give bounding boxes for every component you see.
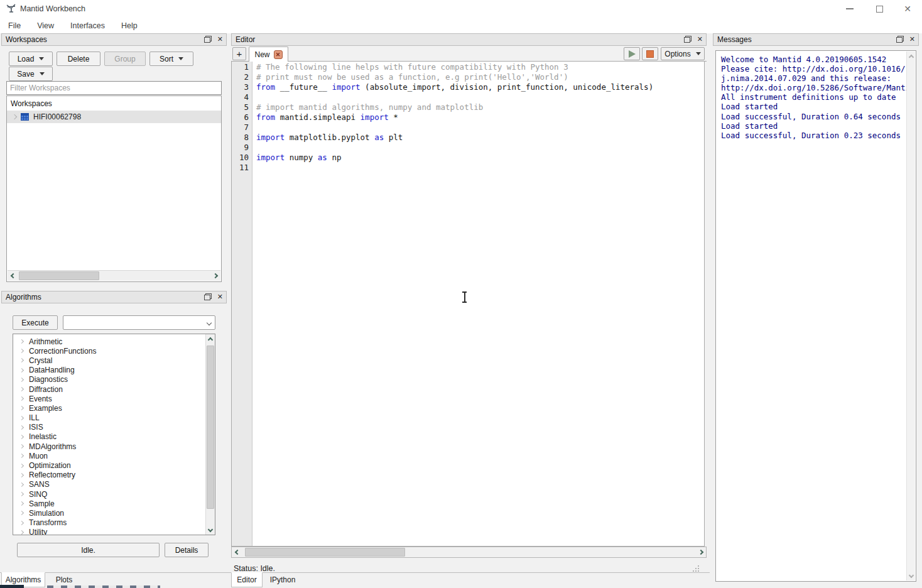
expand-chevron-icon[interactable]	[19, 454, 24, 458]
maximize-button[interactable]	[869, 2, 889, 16]
menu-interfaces[interactable]: Interfaces	[70, 21, 105, 30]
menu-view[interactable]: View	[37, 21, 54, 30]
menu-file[interactable]: File	[8, 21, 21, 30]
float-panel-icon[interactable]	[204, 36, 212, 43]
scroll-up-button[interactable]	[206, 335, 215, 344]
close-panel-icon[interactable]: ✕	[909, 36, 915, 43]
algorithm-category-diagnostics[interactable]: Diagnostics	[13, 375, 215, 384]
run-icon	[629, 50, 636, 58]
algorithm-category-crystal[interactable]: Crystal	[13, 356, 215, 365]
expand-chevron-icon[interactable]	[19, 435, 24, 439]
taskbar-edge	[0, 585, 24, 588]
expand-chevron-icon[interactable]	[19, 511, 24, 515]
details-button[interactable]: Details	[165, 543, 209, 557]
algorithms-vertical-scrollbar[interactable]	[205, 334, 215, 535]
close-panel-icon[interactable]: ✕	[217, 293, 223, 300]
expand-chevron-icon[interactable]	[19, 378, 24, 382]
algorithm-category-transforms[interactable]: Transforms	[13, 518, 215, 528]
algorithm-category-diffraction[interactable]: Diffraction	[13, 384, 215, 394]
expand-chevron-icon[interactable]	[19, 406, 24, 410]
algorithm-category-optimization[interactable]: Optimization	[13, 460, 215, 470]
code-token: import	[256, 153, 285, 162]
code-editor[interactable]: 1234567891011 # The following line helps…	[231, 62, 705, 547]
menu-help[interactable]: Help	[121, 21, 138, 30]
run-button[interactable]	[624, 47, 640, 60]
algorithm-category-reflectometry[interactable]: Reflectometry	[13, 471, 215, 480]
algorithm-category-sample[interactable]: Sample	[13, 499, 215, 508]
scrollbar-track[interactable]	[242, 547, 695, 558]
scroll-up-button[interactable]	[907, 52, 916, 62]
expand-chevron-icon[interactable]	[19, 492, 24, 496]
options-button[interactable]: Options	[661, 47, 705, 60]
expand-chevron-icon[interactable]	[19, 339, 24, 344]
expand-chevron-icon[interactable]	[19, 482, 24, 487]
algorithm-category-muon[interactable]: Muon	[13, 451, 215, 460]
float-panel-icon[interactable]	[684, 36, 692, 43]
expand-chevron-icon[interactable]	[19, 463, 24, 467]
expand-chevron-icon[interactable]	[19, 425, 24, 430]
scrollbar-track[interactable]	[18, 271, 210, 281]
algorithm-progress-button[interactable]: Idle.	[17, 543, 160, 557]
algorithm-category-arithmetic[interactable]: Arithmetic	[13, 337, 215, 346]
scroll-down-button[interactable]	[206, 525, 215, 534]
expand-chevron-icon[interactable]	[19, 387, 24, 391]
scroll-left-button[interactable]	[232, 547, 242, 558]
stop-button[interactable]	[642, 47, 658, 60]
resize-grip[interactable]	[693, 565, 700, 572]
expand-chevron-icon[interactable]	[19, 396, 24, 401]
scroll-left-button[interactable]	[8, 271, 18, 281]
delete-button[interactable]: Delete	[57, 52, 100, 66]
tab-close-icon[interactable]: ✕	[274, 50, 283, 59]
algorithm-category-sans[interactable]: SANS	[13, 480, 215, 489]
float-panel-icon[interactable]	[896, 36, 904, 43]
close-panel-icon[interactable]: ✕	[217, 36, 223, 43]
save-button[interactable]: Save	[9, 67, 53, 81]
algorithm-category-utility[interactable]: Utility	[13, 528, 215, 535]
algorithm-category-inelastic[interactable]: Inelastic	[13, 432, 215, 442]
filter-workspaces-input[interactable]	[6, 81, 222, 95]
code-pane[interactable]: # The following line helps with future c…	[256, 62, 704, 546]
algorithm-category-events[interactable]: Events	[13, 394, 215, 403]
expand-chevron-icon[interactable]	[19, 368, 24, 373]
close-panel-icon[interactable]: ✕	[697, 36, 703, 43]
scroll-right-button[interactable]	[210, 271, 220, 281]
tab-label: Plots	[56, 575, 73, 584]
close-button[interactable]: ✕	[898, 2, 918, 16]
expand-chevron-icon[interactable]	[19, 501, 24, 506]
scrollbar-thumb[interactable]	[19, 271, 99, 280]
algorithm-category-examples[interactable]: Examples	[13, 403, 215, 413]
tab-editor[interactable]: Editor	[231, 572, 263, 587]
scrollbar-thumb[interactable]	[245, 548, 405, 557]
algorithm-category-mdalgorithms[interactable]: MDAlgorithms	[13, 442, 215, 451]
scrollbar-thumb[interactable]	[207, 346, 214, 509]
float-panel-icon[interactable]	[204, 293, 212, 300]
expand-chevron-icon[interactable]	[19, 444, 24, 449]
expand-chevron-icon[interactable]	[12, 114, 17, 119]
expand-chevron-icon[interactable]	[19, 416, 24, 420]
algorithm-category-ill[interactable]: ILL	[13, 413, 215, 423]
tab-new-script[interactable]: New ✕	[249, 46, 288, 62]
algorithm-search-combobox[interactable]	[63, 315, 215, 330]
algorithm-category-correctionfunctions[interactable]: CorrectionFunctions	[13, 346, 215, 356]
algorithm-category-sinq[interactable]: SINQ	[13, 489, 215, 499]
expand-chevron-icon[interactable]	[19, 521, 24, 525]
tab-ipython[interactable]: IPython	[264, 572, 301, 587]
expand-chevron-icon[interactable]	[19, 358, 24, 362]
load-button[interactable]: Load	[9, 52, 53, 66]
minimize-button[interactable]	[840, 2, 860, 16]
sort-button[interactable]: Sort	[149, 52, 193, 66]
new-tab-button[interactable]: +	[232, 47, 246, 60]
scroll-right-button[interactable]	[695, 547, 706, 558]
expand-chevron-icon[interactable]	[19, 349, 24, 353]
editor-horizontal-scrollbar[interactable]	[231, 547, 707, 558]
algorithm-category-datahandling[interactable]: DataHandling	[13, 366, 215, 375]
algorithm-category-simulation[interactable]: Simulation	[13, 508, 215, 518]
expand-chevron-icon[interactable]	[19, 473, 24, 477]
execute-button[interactable]: Execute	[13, 315, 58, 330]
expand-chevron-icon[interactable]	[19, 530, 24, 535]
workspaces-horizontal-scrollbar[interactable]	[8, 270, 220, 281]
algorithm-category-isis[interactable]: ISIS	[13, 423, 215, 432]
scroll-down-button[interactable]	[907, 570, 916, 580]
messages-vertical-scrollbar[interactable]	[906, 52, 915, 580]
workspace-row[interactable]: HIFI00062798	[7, 111, 221, 123]
